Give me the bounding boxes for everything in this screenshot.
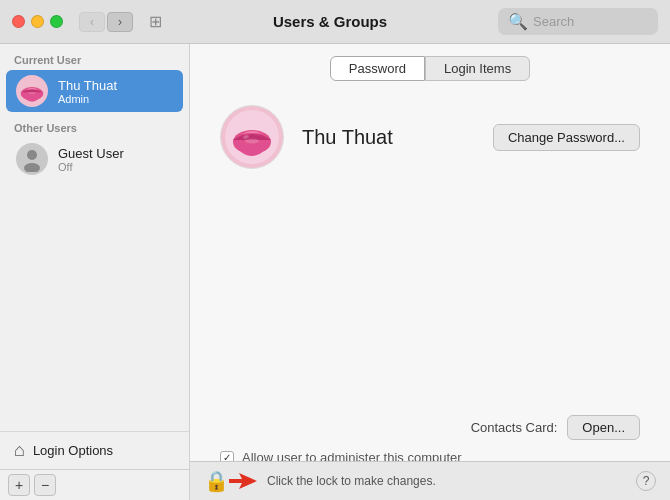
current-user-label: Current User (0, 44, 189, 70)
back-button[interactable]: ‹ (79, 12, 105, 32)
login-options-icon: ⌂ (14, 440, 25, 461)
sidebar: Current User Thu Thuat Admin Other Users (0, 44, 190, 500)
svg-point-1 (28, 92, 36, 95)
login-options-item[interactable]: ⌂ Login Options (0, 431, 189, 469)
login-options-label: Login Options (33, 443, 113, 458)
contacts-card-row: Contacts Card: Open... (190, 415, 670, 440)
sidebar-item-guest[interactable]: Guest User Off (6, 138, 183, 180)
avatar-guest (16, 143, 48, 175)
contacts-card-label: Contacts Card: (471, 420, 558, 435)
guest-status: Off (58, 161, 124, 173)
right-panel: Password Login Items Thu Thuat Chan (190, 44, 670, 500)
lock-text: Click the lock to make changes. (267, 474, 436, 488)
avatar-thu-thuat (16, 75, 48, 107)
forward-icon: › (118, 15, 122, 29)
window-title: Users & Groups (170, 13, 490, 30)
other-users-label: Other Users (0, 112, 189, 138)
svg-point-3 (24, 163, 40, 172)
user-avatar-large (220, 105, 284, 169)
minimize-button[interactable] (31, 15, 44, 28)
lock-wrap: 🔒 (204, 469, 229, 493)
sidebar-item-thu-thuat[interactable]: Thu Thuat Admin (6, 70, 183, 112)
tab-login-items[interactable]: Login Items (425, 56, 530, 81)
user-display-name: Thu Thuat (302, 126, 475, 149)
thu-thuat-info: Thu Thuat Admin (58, 78, 117, 105)
thu-thuat-role: Admin (58, 93, 117, 105)
guest-name: Guest User (58, 146, 124, 161)
nav-buttons: ‹ › (79, 12, 133, 32)
arrow-icon (229, 472, 257, 490)
lock-icon[interactable]: 🔒 (204, 469, 229, 493)
thu-thuat-name: Thu Thuat (58, 78, 117, 93)
traffic-lights (12, 15, 63, 28)
titlebar: ‹ › ⊞ Users & Groups 🔍 (0, 0, 670, 44)
minus-icon: − (41, 477, 49, 493)
search-input[interactable] (533, 14, 653, 29)
close-button[interactable] (12, 15, 25, 28)
maximize-button[interactable] (50, 15, 63, 28)
guest-info: Guest User Off (58, 146, 124, 173)
open-contacts-button[interactable]: Open... (567, 415, 640, 440)
svg-point-2 (27, 150, 37, 160)
change-password-button[interactable]: Change Password... (493, 124, 640, 151)
sidebar-bottom-bar: + − (0, 469, 189, 500)
search-icon: 🔍 (508, 12, 528, 31)
remove-user-button[interactable]: − (34, 474, 56, 496)
tab-password[interactable]: Password (330, 56, 425, 81)
grid-icon[interactable]: ⊞ (149, 12, 162, 31)
back-icon: ‹ (90, 15, 94, 29)
svg-point-6 (245, 139, 259, 144)
svg-rect-9 (229, 479, 244, 483)
forward-button[interactable]: › (107, 12, 133, 32)
help-button[interactable]: ? (636, 471, 656, 491)
main-container: Current User Thu Thuat Admin Other Users (0, 44, 670, 500)
plus-icon: + (15, 477, 23, 493)
tabs-bar: Password Login Items (190, 44, 670, 89)
search-bar[interactable]: 🔍 (498, 8, 658, 35)
bottom-bar: 🔒 Click the lock to make changes. ? (190, 461, 670, 500)
user-section: Thu Thuat Change Password... (190, 89, 670, 185)
add-user-button[interactable]: + (8, 474, 30, 496)
